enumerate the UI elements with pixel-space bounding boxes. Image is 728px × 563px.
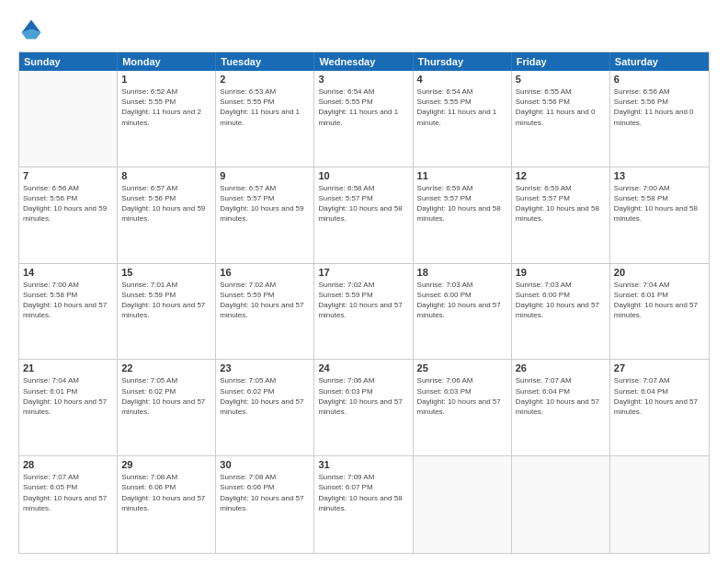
day-number: 28 xyxy=(23,459,113,470)
day-number: 1 xyxy=(121,74,211,85)
calendar-cell: 21Sunrise: 7:04 AM Sunset: 6:01 PM Dayli… xyxy=(19,360,118,455)
day-info: Sunrise: 6:59 AM Sunset: 5:57 PM Dayligh… xyxy=(516,183,606,224)
day-number: 2 xyxy=(220,74,310,85)
day-number: 12 xyxy=(516,170,606,181)
day-info: Sunrise: 7:08 AM Sunset: 6:06 PM Dayligh… xyxy=(121,472,211,513)
page: SundayMondayTuesdayWednesdayThursdayFrid… xyxy=(0,0,728,563)
calendar-cell: 28Sunrise: 7:07 AM Sunset: 6:05 PM Dayli… xyxy=(19,456,118,553)
day-info: Sunrise: 7:03 AM Sunset: 6:00 PM Dayligh… xyxy=(417,280,507,321)
calendar-row-1: 1Sunrise: 6:52 AM Sunset: 5:55 PM Daylig… xyxy=(19,71,709,167)
calendar-cell: 5Sunrise: 6:55 AM Sunset: 5:56 PM Daylig… xyxy=(512,71,610,167)
logo-icon xyxy=(18,17,44,42)
day-number: 11 xyxy=(417,170,507,181)
calendar-row-5: 28Sunrise: 7:07 AM Sunset: 6:05 PM Dayli… xyxy=(19,456,709,553)
calendar-cell: 25Sunrise: 7:06 AM Sunset: 6:03 PM Dayli… xyxy=(414,360,512,455)
day-number: 19 xyxy=(516,267,606,278)
calendar-cell: 20Sunrise: 7:04 AM Sunset: 6:01 PM Dayli… xyxy=(610,264,709,360)
calendar-cell: 10Sunrise: 6:58 AM Sunset: 5:57 PM Dayli… xyxy=(314,167,413,263)
calendar-header: SundayMondayTuesdayWednesdayThursdayFrid… xyxy=(19,52,709,71)
calendar-row-2: 7Sunrise: 6:56 AM Sunset: 5:56 PM Daylig… xyxy=(19,167,709,264)
day-number: 6 xyxy=(614,74,705,85)
day-info: Sunrise: 6:58 AM Sunset: 5:57 PM Dayligh… xyxy=(318,183,408,224)
day-number: 7 xyxy=(23,170,113,181)
weekday-header-saturday: Saturday xyxy=(610,52,709,71)
day-number: 26 xyxy=(516,362,606,373)
weekday-header-thursday: Thursday xyxy=(414,52,512,71)
day-info: Sunrise: 6:54 AM Sunset: 5:55 PM Dayligh… xyxy=(318,86,408,128)
day-info: Sunrise: 7:07 AM Sunset: 6:04 PM Dayligh… xyxy=(516,375,606,417)
day-info: Sunrise: 6:54 AM Sunset: 5:55 PM Dayligh… xyxy=(417,86,507,128)
day-info: Sunrise: 7:05 AM Sunset: 6:02 PM Dayligh… xyxy=(121,375,211,417)
header xyxy=(18,17,710,42)
day-info: Sunrise: 6:55 AM Sunset: 5:56 PM Dayligh… xyxy=(516,86,606,128)
day-info: Sunrise: 7:00 AM Sunset: 5:58 PM Dayligh… xyxy=(23,280,113,321)
calendar-cell: 4Sunrise: 6:54 AM Sunset: 5:55 PM Daylig… xyxy=(414,71,512,167)
calendar-cell: 6Sunrise: 6:56 AM Sunset: 5:56 PM Daylig… xyxy=(610,71,709,167)
day-info: Sunrise: 7:02 AM Sunset: 5:59 PM Dayligh… xyxy=(318,280,408,321)
calendar-cell: 12Sunrise: 6:59 AM Sunset: 5:57 PM Dayli… xyxy=(512,167,610,263)
day-number: 16 xyxy=(220,267,310,278)
day-number: 27 xyxy=(614,362,705,373)
calendar-cell: 7Sunrise: 6:56 AM Sunset: 5:56 PM Daylig… xyxy=(19,167,118,263)
day-number: 5 xyxy=(516,74,606,85)
day-info: Sunrise: 6:52 AM Sunset: 5:55 PM Dayligh… xyxy=(121,86,211,128)
calendar-cell: 3Sunrise: 6:54 AM Sunset: 5:55 PM Daylig… xyxy=(314,71,413,167)
calendar-cell: 19Sunrise: 7:03 AM Sunset: 6:00 PM Dayli… xyxy=(512,264,610,360)
calendar-body: 1Sunrise: 6:52 AM Sunset: 5:55 PM Daylig… xyxy=(19,71,709,553)
calendar-cell: 9Sunrise: 6:57 AM Sunset: 5:57 PM Daylig… xyxy=(216,167,314,263)
day-number: 8 xyxy=(121,170,211,181)
day-info: Sunrise: 6:59 AM Sunset: 5:57 PM Dayligh… xyxy=(417,183,507,224)
day-info: Sunrise: 7:05 AM Sunset: 6:02 PM Dayligh… xyxy=(220,375,310,417)
day-info: Sunrise: 7:04 AM Sunset: 6:01 PM Dayligh… xyxy=(23,375,113,417)
day-number: 22 xyxy=(121,362,211,373)
weekday-header-tuesday: Tuesday xyxy=(216,52,314,71)
weekday-header-wednesday: Wednesday xyxy=(314,52,413,71)
day-info: Sunrise: 6:56 AM Sunset: 5:56 PM Dayligh… xyxy=(23,183,113,224)
day-info: Sunrise: 6:57 AM Sunset: 5:57 PM Dayligh… xyxy=(220,183,310,224)
day-info: Sunrise: 7:06 AM Sunset: 6:03 PM Dayligh… xyxy=(318,375,408,417)
weekday-header-friday: Friday xyxy=(512,52,610,71)
day-number: 4 xyxy=(417,74,507,85)
calendar-cell xyxy=(414,456,512,553)
day-number: 25 xyxy=(417,362,507,373)
calendar: SundayMondayTuesdayWednesdayThursdayFrid… xyxy=(18,52,710,554)
day-number: 10 xyxy=(318,170,408,181)
calendar-cell: 27Sunrise: 7:07 AM Sunset: 6:04 PM Dayli… xyxy=(610,360,709,455)
calendar-cell: 16Sunrise: 7:02 AM Sunset: 5:59 PM Dayli… xyxy=(216,264,314,360)
calendar-cell: 11Sunrise: 6:59 AM Sunset: 5:57 PM Dayli… xyxy=(414,167,512,263)
day-info: Sunrise: 7:04 AM Sunset: 6:01 PM Dayligh… xyxy=(614,280,705,321)
calendar-cell xyxy=(512,456,610,553)
day-info: Sunrise: 7:08 AM Sunset: 6:06 PM Dayligh… xyxy=(220,472,310,513)
logo xyxy=(18,17,48,42)
day-number: 18 xyxy=(417,267,507,278)
day-info: Sunrise: 7:00 AM Sunset: 5:58 PM Dayligh… xyxy=(614,183,705,224)
calendar-cell: 17Sunrise: 7:02 AM Sunset: 5:59 PM Dayli… xyxy=(314,264,413,360)
day-number: 24 xyxy=(318,362,408,373)
day-info: Sunrise: 6:57 AM Sunset: 5:56 PM Dayligh… xyxy=(121,183,211,224)
day-number: 13 xyxy=(614,170,705,181)
day-info: Sunrise: 7:03 AM Sunset: 6:00 PM Dayligh… xyxy=(516,280,606,321)
day-info: Sunrise: 7:07 AM Sunset: 6:04 PM Dayligh… xyxy=(614,375,705,417)
day-info: Sunrise: 7:09 AM Sunset: 6:07 PM Dayligh… xyxy=(318,472,408,513)
day-number: 23 xyxy=(220,362,310,373)
calendar-cell: 2Sunrise: 6:53 AM Sunset: 5:55 PM Daylig… xyxy=(216,71,314,167)
day-number: 14 xyxy=(23,267,113,278)
day-number: 17 xyxy=(318,267,408,278)
calendar-cell: 15Sunrise: 7:01 AM Sunset: 5:59 PM Dayli… xyxy=(118,264,216,360)
day-number: 15 xyxy=(121,267,211,278)
day-info: Sunrise: 7:02 AM Sunset: 5:59 PM Dayligh… xyxy=(220,280,310,321)
weekday-header-sunday: Sunday xyxy=(19,52,118,71)
calendar-cell: 30Sunrise: 7:08 AM Sunset: 6:06 PM Dayli… xyxy=(216,456,314,553)
calendar-cell: 13Sunrise: 7:00 AM Sunset: 5:58 PM Dayli… xyxy=(610,167,709,263)
calendar-row-3: 14Sunrise: 7:00 AM Sunset: 5:58 PM Dayli… xyxy=(19,264,709,361)
calendar-cell: 1Sunrise: 6:52 AM Sunset: 5:55 PM Daylig… xyxy=(118,71,216,167)
day-number: 30 xyxy=(220,459,310,470)
day-number: 3 xyxy=(318,74,408,85)
weekday-header-monday: Monday xyxy=(118,52,216,71)
day-info: Sunrise: 6:56 AM Sunset: 5:56 PM Dayligh… xyxy=(614,86,705,128)
calendar-cell: 26Sunrise: 7:07 AM Sunset: 6:04 PM Dayli… xyxy=(512,360,610,455)
day-info: Sunrise: 7:06 AM Sunset: 6:03 PM Dayligh… xyxy=(417,375,507,417)
day-number: 21 xyxy=(23,362,113,373)
day-number: 29 xyxy=(121,459,211,470)
calendar-cell xyxy=(610,456,709,553)
